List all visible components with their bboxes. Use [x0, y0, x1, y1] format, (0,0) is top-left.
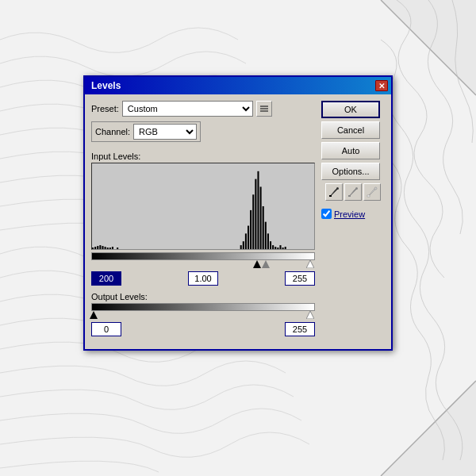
svg-rect-11 — [97, 246, 98, 249]
output-white-value[interactable] — [285, 322, 315, 336]
svg-rect-21 — [245, 233, 247, 249]
dialog-right: OK Cancel Auto Options... — [321, 101, 385, 343]
input-white-value[interactable] — [285, 271, 315, 286]
svg-rect-16 — [109, 248, 111, 249]
eyedropper-row — [321, 183, 385, 201]
svg-rect-28 — [263, 206, 264, 249]
histogram-area — [91, 163, 315, 250]
input-black-value[interactable] — [91, 271, 121, 286]
input-slider-track[interactable] — [91, 252, 315, 260]
preset-select[interactable]: Custom — [122, 101, 253, 117]
svg-rect-22 — [248, 226, 249, 249]
close-button[interactable]: ✕ — [375, 80, 388, 91]
svg-rect-44 — [329, 195, 332, 197]
svg-marker-40 — [306, 260, 314, 268]
svg-rect-13 — [102, 246, 103, 249]
dialog-window: Levels ✕ Preset: Custom — [83, 75, 393, 351]
svg-rect-9 — [92, 248, 94, 249]
output-white-marker[interactable] — [306, 311, 314, 321]
cancel-button[interactable]: Cancel — [321, 121, 380, 139]
svg-rect-15 — [107, 248, 109, 249]
output-levels-values — [91, 322, 315, 336]
svg-rect-33 — [274, 247, 276, 249]
preset-menu-icon[interactable] — [256, 101, 272, 117]
input-mid-value[interactable] — [188, 271, 218, 286]
input-levels-section: Input Levels: — [91, 152, 315, 286]
svg-marker-39 — [262, 260, 270, 268]
ok-button[interactable]: OK — [321, 101, 380, 118]
svg-rect-18 — [117, 248, 118, 249]
white-eyedropper-button[interactable] — [363, 183, 381, 201]
channel-section: Channel: RGB Red Green Blue — [91, 121, 315, 147]
svg-rect-37 — [285, 247, 286, 249]
dialog-title: Levels — [91, 80, 121, 91]
channel-label: Channel: — [95, 127, 130, 136]
channel-box: Channel: RGB Red Green Blue — [91, 121, 201, 142]
preview-checkbox[interactable] — [321, 209, 332, 219]
svg-rect-34 — [277, 248, 278, 249]
svg-rect-35 — [279, 245, 281, 249]
svg-rect-32 — [272, 245, 274, 249]
svg-marker-41 — [90, 311, 98, 319]
output-black-marker[interactable] — [90, 311, 98, 321]
svg-point-47 — [374, 187, 377, 190]
svg-rect-48 — [367, 195, 370, 197]
gray-eyedropper-button[interactable] — [344, 183, 362, 201]
svg-rect-31 — [270, 241, 271, 249]
svg-rect-36 — [282, 248, 284, 249]
svg-rect-27 — [260, 186, 262, 249]
preset-row: Preset: Custom — [91, 101, 315, 117]
svg-rect-8 — [92, 163, 314, 249]
options-button[interactable]: Options... — [321, 163, 380, 180]
input-levels-values — [91, 271, 315, 286]
title-bar: Levels ✕ — [85, 77, 391, 94]
svg-rect-17 — [112, 247, 113, 249]
input-levels-label: Input Levels: — [91, 152, 315, 161]
output-markers — [91, 311, 315, 319]
preview-label: Preview — [334, 209, 365, 219]
output-levels-section: Output Levels: — [91, 292, 315, 336]
output-slider-container — [91, 303, 315, 319]
preset-label: Preset: — [91, 104, 119, 113]
input-white-marker[interactable] — [306, 260, 314, 270]
auto-button[interactable]: Auto — [321, 142, 380, 159]
svg-rect-24 — [252, 194, 254, 249]
svg-rect-30 — [267, 233, 269, 249]
preview-row: Preview — [321, 209, 385, 219]
svg-point-45 — [355, 187, 358, 190]
output-slider-track[interactable] — [91, 303, 315, 311]
svg-rect-14 — [105, 247, 106, 249]
channel-select[interactable]: RGB Red Green Blue — [133, 124, 197, 140]
svg-rect-20 — [243, 241, 244, 249]
input-slider-container — [91, 252, 315, 268]
svg-marker-42 — [306, 311, 314, 319]
svg-rect-12 — [99, 245, 101, 249]
svg-rect-26 — [257, 171, 259, 249]
black-eyedropper-button[interactable] — [325, 183, 343, 201]
input-mid-marker[interactable] — [262, 260, 270, 270]
svg-rect-46 — [348, 195, 351, 197]
dialog-body: Preset: Custom Channel — [85, 94, 391, 349]
input-black-marker[interactable] — [253, 260, 261, 270]
svg-point-43 — [336, 187, 339, 190]
svg-marker-38 — [253, 260, 261, 268]
dialog-left: Preset: Custom Channel — [91, 101, 315, 343]
svg-rect-10 — [94, 247, 96, 249]
svg-rect-29 — [265, 222, 267, 249]
svg-rect-25 — [255, 179, 256, 249]
levels-dialog: Levels ✕ Preset: Custom — [83, 75, 393, 351]
input-markers — [91, 260, 315, 268]
svg-rect-23 — [250, 210, 251, 249]
output-levels-label: Output Levels: — [91, 292, 315, 301]
output-black-value[interactable] — [91, 322, 121, 336]
svg-rect-19 — [240, 245, 242, 249]
